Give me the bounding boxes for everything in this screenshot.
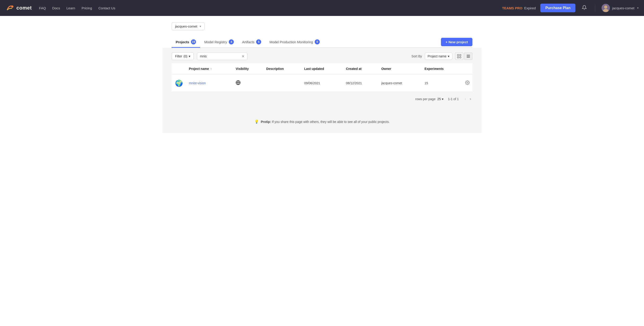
filter-button[interactable]: Filter (0) ▾	[172, 52, 194, 60]
tab-model-registry[interactable]: Model Registry 4	[200, 37, 238, 48]
svg-rect-5	[457, 54, 459, 56]
filter-count: (0)	[184, 54, 187, 58]
nav-docs[interactable]: Docs	[52, 6, 60, 10]
col-description: Description	[264, 63, 302, 74]
user-menu[interactable]: jacques-comet ▾	[602, 4, 638, 12]
logo-text: comet	[16, 5, 32, 11]
expired-label: Expired	[524, 6, 536, 10]
tab-projects-label: Projects	[176, 40, 189, 44]
protip-area: 💡 Protip: If you share this page with ot…	[162, 110, 482, 133]
clear-search-button[interactable]: ✕	[242, 54, 244, 58]
col-last-updated[interactable]: Last updated	[302, 63, 343, 74]
tabs-row: Projects 19 Model Registry 4 Artifacts 5…	[172, 37, 472, 48]
filter-chevron-icon: ▾	[189, 54, 190, 58]
protip-message: If you share this page with others, they…	[272, 120, 390, 124]
tab-model-registry-badge: 4	[229, 39, 234, 44]
col-visibility[interactable]: Visibility	[233, 63, 264, 74]
svg-point-14	[467, 82, 468, 83]
logo[interactable]: comet	[6, 3, 32, 12]
tab-model-production[interactable]: Model Production Monitoring 0	[265, 37, 324, 48]
tab-artifacts-badge: 5	[256, 39, 261, 44]
last-updated-cell: 09/06/2021	[302, 74, 343, 92]
navbar: comet FAQ Docs Learn Pricing Contact Us …	[0, 0, 644, 16]
table-row: 🌍 mnist-vision	[172, 74, 472, 92]
tab-model-production-badge: 0	[315, 39, 320, 44]
protip-bold: Protip:	[261, 120, 271, 124]
teams-pro-status: TEAMS PRO Expired	[502, 6, 536, 10]
workspace-name: jacques-comet	[175, 24, 197, 28]
nav-faq[interactable]: FAQ	[39, 6, 46, 10]
grid-view-button[interactable]	[455, 53, 463, 60]
filter-row: Filter (0) ▾ ✕ Sort By Project name ▾	[162, 48, 482, 63]
rows-per-page: rows per page 25 ▾	[415, 97, 443, 101]
user-name: jacques-comet	[612, 6, 634, 10]
visibility-cell	[233, 74, 264, 92]
rows-per-page-value: 25	[437, 97, 441, 101]
tab-model-production-label: Model Production Monitoring	[269, 40, 313, 44]
table-header-row: Project name ↑ Visibility Description La…	[172, 63, 472, 74]
rows-per-page-dropdown[interactable]: 25 ▾	[437, 97, 444, 101]
rows-dropdown-chevron-icon: ▾	[442, 97, 444, 101]
bulb-icon: 💡	[254, 119, 259, 124]
experiments-cell: 15	[422, 74, 462, 92]
project-icon: 🌍	[174, 78, 184, 88]
project-name-cell: mnist-vision	[186, 74, 233, 92]
table-area: Project name ↑ Visibility Description La…	[162, 63, 482, 110]
page-info: 1-1 of 1	[448, 97, 459, 101]
svg-point-3	[604, 5, 607, 9]
svg-rect-6	[460, 54, 461, 56]
next-page-button[interactable]: ›	[468, 96, 472, 102]
sort-area: Sort By Project name ▾	[412, 53, 472, 60]
public-visibility-icon	[236, 81, 241, 86]
sort-chevron-icon: ▾	[448, 54, 450, 58]
project-name-link[interactable]: mnist-vision	[189, 81, 206, 85]
settings-cell	[462, 74, 472, 92]
sort-by-label: Sort By	[412, 54, 422, 58]
project-icon-cell: 🌍	[172, 74, 186, 92]
tab-artifacts-label: Artifacts	[242, 40, 254, 44]
col-experiments: Experiments	[422, 63, 462, 74]
search-input[interactable]	[200, 54, 240, 58]
main-container: jacques-comet ▾ Projects 19 Model Regist…	[0, 16, 644, 326]
tab-artifacts[interactable]: Artifacts 5	[238, 37, 265, 48]
nav-learn[interactable]: Learn	[66, 6, 75, 10]
view-toggle	[455, 53, 472, 60]
content-area: jacques-comet ▾ Projects 19 Model Regist…	[162, 16, 482, 133]
new-project-button[interactable]: + New project	[441, 38, 472, 46]
svg-rect-8	[460, 57, 461, 58]
chevron-down-icon: ▾	[637, 6, 638, 9]
projects-table: Project name ↑ Visibility Description La…	[172, 63, 472, 92]
svg-point-0	[6, 3, 14, 12]
navbar-right: TEAMS PRO Expired Purchase Plan jacques-…	[502, 4, 638, 12]
project-settings-button[interactable]	[465, 80, 470, 86]
notification-button[interactable]	[580, 4, 588, 12]
col-created-at[interactable]: Created at	[343, 63, 378, 74]
sort-arrow-icon: ↑	[210, 67, 212, 71]
nav-pricing[interactable]: Pricing	[82, 6, 92, 10]
list-view-button[interactable]	[464, 53, 472, 60]
tabs-left: Projects 19 Model Registry 4 Artifacts 5…	[172, 37, 441, 47]
page-nav: ‹ ›	[463, 96, 472, 102]
owner-cell: jacques-comet	[378, 74, 422, 92]
workspace-selector[interactable]: jacques-comet ▾	[172, 22, 205, 30]
protip-text: 💡 Protip: If you share this page with ot…	[172, 119, 472, 124]
created-at-cell: 08/12/2021	[343, 74, 378, 92]
col-owner: Owner	[378, 63, 422, 74]
avatar	[602, 4, 610, 12]
workspace-chevron-icon: ▾	[200, 24, 201, 28]
svg-rect-7	[457, 57, 459, 58]
purchase-plan-button[interactable]: Purchase Plan	[540, 4, 576, 12]
prev-page-button[interactable]: ‹	[463, 96, 468, 102]
col-project-name[interactable]: Project name ↑	[186, 63, 233, 74]
sort-value: Project name	[428, 54, 446, 58]
nav-links: FAQ Docs Learn Pricing Contact Us	[39, 6, 502, 10]
tab-projects[interactable]: Projects 19	[172, 37, 200, 48]
teams-pro-label: TEAMS PRO	[502, 6, 522, 10]
nav-contact[interactable]: Contact Us	[98, 6, 115, 10]
sort-dropdown[interactable]: Project name ▾	[425, 53, 452, 60]
description-cell	[264, 74, 302, 92]
svg-point-1	[11, 5, 14, 8]
filter-label: Filter	[175, 54, 182, 58]
navbar-divider	[595, 4, 595, 12]
search-box: ✕	[197, 53, 248, 60]
